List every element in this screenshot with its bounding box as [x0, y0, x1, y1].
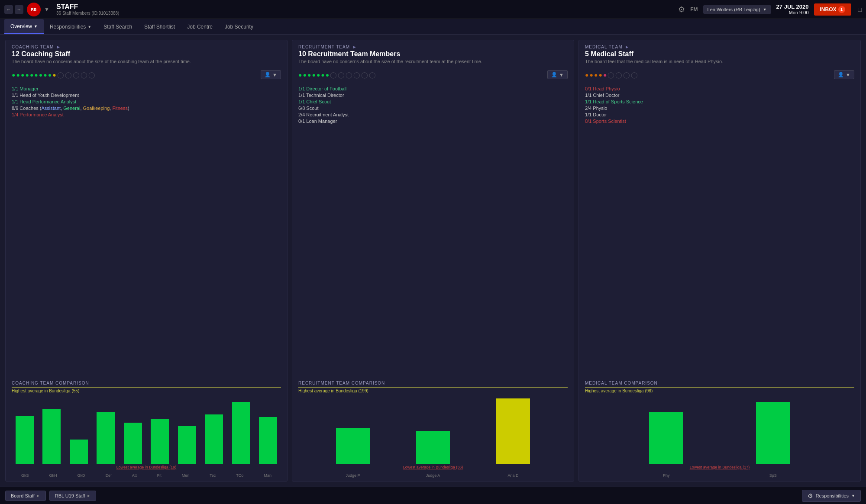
person-icon-6: ●	[34, 71, 38, 78]
recruitment-comparison-section: RECRUITMENT TEAM COMPARISON Highest aver…	[292, 381, 574, 481]
label-men: Men	[182, 473, 190, 478]
coaching-bar-chart	[12, 395, 281, 464]
med-staff-sports-science: 1/1 Head of Sports Science	[585, 99, 854, 104]
label-phy: Phy	[642, 473, 691, 478]
expand-icon[interactable]: □	[858, 6, 862, 13]
med-staff-chief-doctor: 1/1 Chief Doctor	[585, 93, 854, 98]
label-gks: GkS	[21, 473, 29, 478]
medical-description: The board feel that the medical team is …	[585, 59, 854, 64]
rec-staff-loan-manager: 0/1 Loan Manager	[298, 119, 568, 124]
bottom-right: ⚙ Responsibilities ▼	[802, 490, 861, 502]
coaching-staff-manager: 1/1 Manager	[12, 86, 281, 91]
tab-staff-shortlist[interactable]: Staff Shortlist	[138, 19, 181, 34]
med-icon-9: ◯	[631, 71, 638, 78]
responsibilities-icon: ⚙	[808, 492, 813, 499]
coaching-panel: COACHING TEAM ► 12 Coaching Staff The bo…	[5, 40, 288, 482]
rec-icon-13: ◯	[369, 71, 376, 78]
inbox-badge: 1	[838, 6, 845, 13]
page-subtitle: 36 Staff Members (ID:91013388)	[56, 11, 678, 16]
bar-gkh	[39, 395, 65, 464]
tab-job-security[interactable]: Job Security	[219, 19, 259, 34]
rec-icon-6: ●	[321, 71, 324, 78]
medical-highest: Highest average in Bundesliga (98)	[585, 388, 854, 393]
recruitment-view-button[interactable]: 👤 ▼	[547, 70, 568, 79]
medical-expand-icon: ►	[625, 45, 630, 49]
coaching-comparison-title: COACHING TEAM COMPARISON	[12, 381, 281, 385]
medical-header: MEDICAL TEAM ► 5 Medical Staff The board…	[579, 40, 860, 67]
recruitment-expand-icon: ►	[352, 45, 357, 49]
person-icon-7: ●	[39, 71, 42, 78]
recruitment-staff-list: 1/1 Director of Football 1/1 Technical D…	[292, 83, 574, 381]
medical-lowest: Lowest average in Bundesliga (17)	[585, 465, 854, 469]
inbox-button[interactable]: INBOX 1	[814, 3, 851, 16]
tab-job-centre[interactable]: Job Centre	[181, 19, 219, 34]
coaching-fitness-link[interactable]: Fitness	[112, 106, 127, 111]
tab-overview[interactable]: Overview ▼	[4, 19, 44, 34]
rec-icon-2: ●	[303, 71, 306, 78]
coaching-goalkeeping-link[interactable]: Goalkeeping	[83, 106, 110, 111]
coaching-staff-list: 1/1 Manager 1/1 Head of Youth Developmen…	[6, 83, 287, 381]
coaching-view-button[interactable]: 👤 ▼	[261, 70, 281, 79]
med-staff-sports-scientist: 0/1 Sports Scientist	[585, 119, 854, 124]
user-info[interactable]: Len Wolters (RB Leipzig) ▼	[703, 5, 771, 14]
back-button[interactable]: ←	[4, 5, 13, 14]
coaching-staff-youth: 1/1 Head of Youth Development	[12, 93, 281, 98]
recruitment-highest: Highest average in Bundesliga (199)	[298, 388, 568, 393]
label-judge-p: Judge P	[329, 473, 377, 478]
coaching-general-link[interactable]: General	[63, 106, 80, 111]
forward-button[interactable]: →	[15, 5, 23, 14]
fm-label: FM	[690, 6, 698, 13]
rec-bar-judge-a	[409, 395, 457, 464]
person-icon-3: ●	[21, 71, 24, 78]
bar-man	[255, 395, 281, 464]
recruitment-bar-labels: Judge P Judge A Ana D	[298, 472, 568, 481]
recruitment-team-label[interactable]: RECRUITMENT TEAM ►	[298, 45, 568, 49]
label-gkd: GkD	[78, 473, 85, 478]
coaching-staff-analyst: 1/1 Head Performance Analyst	[12, 99, 281, 104]
coaching-count: 12 Coaching Staff	[12, 50, 281, 58]
coaching-icons-row: ● ● ● ● ● ● ● ● ● ● ◯ ◯ ◯ ◯ ◯ 👤 ▼	[6, 67, 287, 83]
coaching-highest: Highest average in Bundesliga (55)	[12, 388, 281, 393]
dropdown-arrow[interactable]: ▼	[44, 6, 51, 13]
tab-staff-search[interactable]: Staff Search	[97, 19, 138, 34]
person-icon-2: ●	[16, 71, 19, 78]
settings-icon[interactable]: ⚙	[678, 5, 685, 14]
rec-icon-3: ●	[307, 71, 311, 78]
med-bar-phy	[642, 395, 691, 464]
label-judge-a: Judge A	[409, 473, 457, 478]
coaching-assistant-link[interactable]: Assistant	[41, 106, 61, 111]
medical-team-label[interactable]: MEDICAL TEAM ►	[585, 45, 854, 49]
recruitment-panel: RECRUITMENT TEAM ► 10 Recruitment Team M…	[292, 40, 574, 482]
person-icon-14: ◯	[81, 71, 87, 78]
rec-icon-5: ●	[317, 71, 320, 78]
rec-icon-9: ◯	[338, 71, 345, 78]
medical-count: 5 Medical Staff	[585, 50, 854, 58]
rec-bar-judge-p	[329, 395, 377, 464]
responsibilities-button[interactable]: ⚙ Responsibilities ▼	[802, 490, 861, 502]
rec-icon-10: ◯	[346, 71, 352, 78]
recruitment-lowest: Lowest average in Bundesliga (36)	[298, 465, 568, 469]
med-icon-6: ◯	[607, 71, 614, 78]
user-dropdown-icon[interactable]: ▼	[763, 7, 767, 12]
rbl-u19-staff-button[interactable]: RBL U19 Staff ►	[49, 491, 97, 501]
label-fit: Fit	[157, 473, 162, 478]
person-icon-8: ●	[43, 71, 47, 78]
coaching-staff-perf: 1/4 Performance Analyst	[12, 112, 281, 117]
recruitment-comparison-title: RECRUITMENT TEAM COMPARISON	[298, 381, 568, 385]
tab-responsibilities[interactable]: Responsibilities ▼	[44, 19, 97, 34]
bottom-bar: Board Staff ► RBL U19 Staff ► ⚙ Responsi…	[0, 487, 866, 504]
med-icon-2: ●	[589, 71, 593, 78]
medical-view-button[interactable]: 👤 ▼	[834, 70, 854, 79]
recruitment-divider	[298, 387, 568, 388]
club-logo[interactable]: RB	[27, 3, 41, 16]
board-staff-button[interactable]: Board Staff ►	[5, 491, 46, 501]
bar-fit	[147, 395, 173, 464]
tab-responsibilities-arrow: ▼	[87, 25, 91, 29]
label-att: Att	[132, 473, 137, 478]
recruitment-header: RECRUITMENT TEAM ► 10 Recruitment Team M…	[292, 40, 574, 67]
page-title: STAFF	[56, 3, 678, 11]
coaching-team-label[interactable]: COACHING TEAM ►	[12, 45, 281, 49]
person-icon-13: ◯	[73, 71, 80, 78]
coaching-bar-labels: GkS GkH GkD Def Att Fit Men Tec TCo Man	[12, 472, 281, 481]
medical-bar-labels: Phy SpS	[585, 472, 854, 481]
